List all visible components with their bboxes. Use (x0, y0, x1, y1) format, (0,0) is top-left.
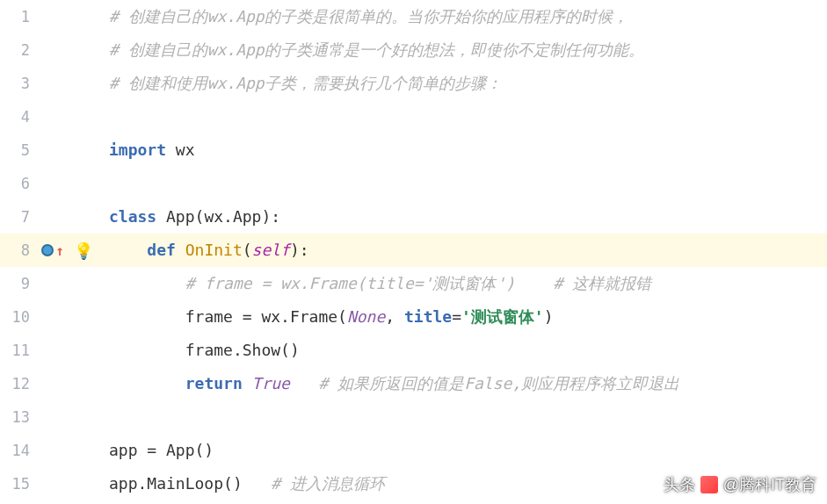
code-line[interactable]: 4 (0, 100, 827, 133)
token: self (252, 241, 290, 259)
line-number[interactable]: 7 (0, 208, 35, 226)
token: # 创建自己的wx.App的子类通常是一个好的想法，即使你不定制任何功能。 (109, 40, 644, 59)
token: return (185, 374, 243, 392)
line-number[interactable]: 14 (0, 442, 35, 459)
token: app.MainLoop() (109, 474, 271, 493)
token: (wx.App): (195, 207, 281, 226)
code-line[interactable]: 14app = App() (0, 434, 827, 467)
token: # 创建自己的wx.App的子类是很简单的。当你开始你的应用程序的时候， (109, 7, 628, 25)
code-content[interactable]: frame.Show() (97, 334, 827, 367)
line-number[interactable]: 2 (0, 41, 35, 59)
token: = (452, 307, 461, 326)
code-line[interactable]: 2# 创建自己的wx.App的子类通常是一个好的想法，即使你不定制任何功能。 (0, 33, 827, 67)
token (290, 374, 319, 392)
code-line[interactable]: 6 (0, 167, 827, 200)
token: # 创建和使用wx.App子类，需要执行几个简单的步骤： (109, 74, 502, 92)
gutter-marker-column[interactable]: ↑ (35, 242, 70, 259)
code-line[interactable]: 3# 创建和使用wx.App子类，需要执行几个简单的步骤： (0, 67, 827, 100)
token: title (404, 307, 452, 326)
watermark-handle: @腾科IT教育 (723, 474, 816, 495)
token: import (109, 140, 166, 159)
code-line[interactable]: 10 frame = wx.Frame(None, title='测试窗体') (0, 300, 827, 334)
token: # frame = wx.Frame(title='测试窗体') # 这样就报错 (185, 274, 651, 292)
line-number[interactable]: 11 (0, 342, 35, 359)
line-number[interactable]: 10 (0, 308, 35, 326)
line-number[interactable]: 13 (0, 408, 35, 426)
token: app = App() (109, 441, 214, 459)
indent (109, 274, 185, 292)
code-line[interactable]: 9 # frame = wx.Frame(title='测试窗体') # 这样就… (0, 267, 827, 300)
token: # 进入消息循环 (271, 474, 385, 493)
line-number[interactable]: 8 (0, 241, 35, 259)
token (243, 374, 252, 392)
arrow-up-icon: ↑ (55, 242, 64, 259)
lightbulb-icon[interactable]: 💡 (74, 241, 93, 260)
hint-column: 💡 (70, 241, 97, 260)
token: ( (243, 241, 252, 259)
token (176, 241, 185, 259)
code-line[interactable]: 11 frame.Show() (0, 334, 827, 367)
code-line[interactable]: 8↑💡 def OnInit(self): (0, 234, 827, 267)
token: '测试窗体' (461, 307, 544, 326)
watermark-logo-icon (700, 476, 718, 493)
line-number[interactable]: 12 (0, 375, 35, 392)
code-line[interactable]: 1# 创建自己的wx.App的子类是很简单的。当你开始你的应用程序的时候， (0, 0, 827, 33)
line-number[interactable]: 1 (0, 8, 35, 25)
line-number[interactable]: 15 (0, 475, 35, 493)
code-content[interactable]: return True # 如果所返回的值是False,则应用程序将立即退出 (97, 367, 827, 400)
code-editor[interactable]: 1# 创建自己的wx.App的子类是很简单的。当你开始你的应用程序的时候，2# … (0, 0, 827, 504)
code-content[interactable]: import wx (97, 133, 827, 167)
token: frame = wx.Frame( (185, 307, 347, 326)
token: App (166, 207, 195, 226)
code-content[interactable]: frame = wx.Frame(None, title='测试窗体') (97, 300, 827, 334)
token: True (252, 374, 290, 392)
code-line[interactable]: 5import wx (0, 133, 827, 167)
code-content[interactable]: # 创建和使用wx.App子类，需要执行几个简单的步骤： (97, 67, 827, 100)
indent (109, 241, 147, 259)
line-number[interactable]: 6 (0, 175, 35, 192)
line-number[interactable]: 4 (0, 108, 35, 126)
code-line[interactable]: 7class App(wx.App): (0, 200, 827, 234)
line-number[interactable]: 3 (0, 75, 35, 92)
token: OnInit (185, 241, 243, 259)
token: class (109, 207, 156, 226)
token (156, 207, 166, 226)
token: , (385, 307, 404, 326)
token: ) (544, 307, 554, 326)
line-number[interactable]: 9 (0, 275, 35, 292)
token: # 如果所返回的值是False,则应用程序将立即退出 (318, 374, 679, 392)
indent (109, 374, 185, 392)
code-line[interactable]: 13 (0, 400, 827, 434)
indent (109, 341, 185, 359)
code-content[interactable]: class App(wx.App): (97, 200, 827, 234)
watermark: 头条 @腾科IT教育 (664, 474, 816, 495)
indent (109, 307, 185, 326)
token: None (347, 307, 385, 326)
token: def (147, 241, 176, 259)
code-content[interactable]: app = App() (97, 434, 827, 467)
token: frame.Show() (185, 341, 300, 359)
code-content[interactable]: def OnInit(self): (97, 234, 827, 267)
token: wx (166, 140, 195, 159)
code-line[interactable]: 12 return True # 如果所返回的值是False,则应用程序将立即退… (0, 367, 827, 400)
line-number[interactable]: 5 (0, 141, 35, 159)
token: ): (290, 241, 309, 259)
watermark-prefix: 头条 (664, 474, 695, 495)
code-content[interactable]: # 创建自己的wx.App的子类通常是一个好的想法，即使你不定制任何功能。 (97, 33, 827, 67)
code-content[interactable]: # frame = wx.Frame(title='测试窗体') # 这样就报错 (97, 267, 827, 300)
breakpoint-icon[interactable] (41, 244, 54, 256)
code-content[interactable]: # 创建自己的wx.App的子类是很简单的。当你开始你的应用程序的时候， (97, 0, 827, 33)
